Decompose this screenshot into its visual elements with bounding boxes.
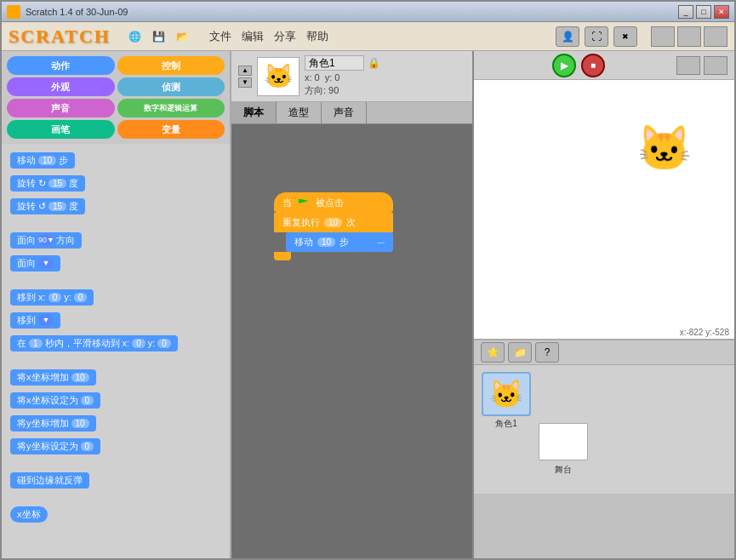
open-icon[interactable]: 📂 — [174, 27, 192, 46]
menu-edit[interactable]: 编辑 — [242, 29, 264, 44]
blocks-panel: 动作 控制 外观 侦测 声音 数字和逻辑运算 画笔 变量 移动 10 步 — [2, 51, 231, 558]
block-set-y-pill[interactable]: 将y坐标设定为 0 — [10, 438, 100, 454]
block-bounce[interactable]: 碰到边缘就反弹 — [10, 471, 221, 489]
move-val[interactable]: 10 — [317, 237, 335, 247]
repeat-block-bottom — [274, 252, 291, 260]
cat-pen[interactable]: 画笔 — [7, 120, 115, 139]
block-goto-target[interactable]: 移到 ▼ — [10, 311, 221, 329]
menu-file[interactable]: 文件 — [209, 29, 231, 44]
stop-button[interactable]: ■ — [581, 54, 605, 77]
view-btn-3[interactable] — [704, 26, 727, 47]
globe-icon[interactable]: 🌐 — [126, 27, 145, 46]
stop-icon: ■ — [591, 60, 596, 70]
title-bar: Scratch 1.4 of 30-Jun-09 _ □ ✕ — [2, 2, 734, 22]
block-change-y[interactable]: 将y坐标增加 10 — [10, 414, 221, 432]
stage-area: ▶ ■ 🐱 x:-822 y:-528 — [474, 51, 734, 340]
cat-motion[interactable]: 动作 — [7, 56, 115, 75]
sprite-thumb-box-cat[interactable]: 🐱 — [482, 372, 531, 416]
stage-thumb[interactable] — [539, 423, 588, 460]
stage-mode-normal[interactable] — [676, 56, 700, 75]
menu-icons: 🌐 💾 📂 — [126, 27, 192, 46]
fullscreen-icon[interactable]: ⛶ — [585, 26, 608, 47]
block-move[interactable]: 移动 10 步 — [10, 151, 221, 169]
tab-script[interactable]: 脚本 — [231, 102, 277, 123]
extra-icon[interactable]: ✖ — [613, 26, 637, 47]
repeat-block[interactable]: 重复执行 10 次 — [274, 213, 393, 232]
star-tool[interactable]: ⭐ — [481, 342, 505, 363]
menu-share[interactable]: 分享 — [274, 29, 296, 44]
stage-item-label: 舞台 — [555, 464, 572, 476]
blocks-list: 移动 10 步 旋转 ↻ 15 度 旋转 ↺ 15 度 面向 90 — [2, 144, 230, 558]
sprite-direction: 方向: 90 — [305, 84, 380, 97]
block-goto-xy-pill[interactable]: 移到 x: 0 y: 0 — [10, 289, 94, 306]
block-change-y-pill[interactable]: 将y坐标增加 10 — [10, 415, 96, 431]
sprite-cat-icon: 🐱 — [264, 62, 294, 90]
right-panel: ▶ ■ 🐱 x:-822 y:-528 — [474, 51, 734, 558]
block-stack: 当 被点击 重复执行 10 次 移动 10 步 — — [274, 192, 393, 260]
close-button[interactable]: ✕ — [714, 5, 729, 19]
block-face-dir-pill[interactable]: 面向 90▼ 方向 — [10, 232, 82, 249]
block-goto-xy[interactable]: 移到 x: 0 y: 0 — [10, 288, 221, 306]
scripts-canvas[interactable]: 当 被点击 重复执行 10 次 移动 10 步 — — [231, 124, 472, 558]
view-btn-1[interactable] — [651, 26, 675, 47]
save-icon[interactable]: 💾 — [150, 27, 168, 46]
block-change-x-pill[interactable]: 将x坐标增加 10 — [10, 369, 96, 386]
block-turn-left[interactable]: 旋转 ↺ 15 度 — [10, 197, 221, 215]
when-flag-clicked-block[interactable]: 当 被点击 — [274, 192, 393, 213]
cat-sound[interactable]: 声音 — [7, 99, 115, 117]
block-turn-left-pill[interactable]: 旋转 ↺ 15 度 — [10, 198, 85, 214]
nav-down-arrow[interactable]: ▼ — [238, 77, 252, 88]
block-face-dir[interactable]: 面向 90▼ 方向 — [10, 231, 221, 249]
minimize-button[interactable]: _ — [678, 5, 693, 19]
move-block[interactable]: 移动 10 步 — — [286, 232, 393, 252]
maximize-button[interactable]: □ — [696, 5, 711, 19]
block-face-toward[interactable]: 面向 ▼ — [10, 254, 221, 272]
stage-item[interactable]: 舞台 — [539, 423, 588, 487]
categories: 动作 控制 外观 侦测 声音 数字和逻辑运算 画笔 变量 — [2, 51, 230, 144]
user-icon[interactable]: 👤 — [556, 26, 579, 47]
block-turn-right[interactable]: 旋转 ↻ 15 度 — [10, 174, 221, 192]
sprite-x-label: x: 0 — [305, 72, 320, 83]
block-turn-right-pill[interactable]: 旋转 ↻ 15 度 — [10, 175, 85, 191]
block-face-toward-pill[interactable]: 面向 ▼ — [10, 255, 60, 271]
block-change-x[interactable]: 将x坐标增加 10 — [10, 368, 221, 386]
stage-mode-large[interactable] — [704, 56, 727, 75]
cat-control[interactable]: 控制 — [117, 56, 225, 75]
folder-tool[interactable]: 📁 — [508, 342, 532, 363]
help-tool[interactable]: ? — [535, 342, 559, 363]
tab-sound[interactable]: 声音 — [322, 102, 367, 123]
block-move-pill[interactable]: 移动 10 步 — [10, 152, 75, 169]
stage-controls: ▶ ■ — [552, 54, 605, 77]
go-button[interactable]: ▶ — [552, 54, 576, 77]
menu-help[interactable]: 帮助 — [306, 29, 328, 44]
cat-operators[interactable]: 数字和逻辑运算 — [117, 99, 225, 117]
move-block-handle: — — [377, 238, 385, 247]
menu-bar: SCRATCH 🌐 💾 📂 文件 编辑 分享 帮助 👤 ⛶ ✖ — [2, 22, 734, 51]
sprite-label-cat: 角色1 — [495, 418, 517, 430]
scratch-logo: SCRATCH — [9, 26, 111, 48]
sprite-thumbnail: 🐱 — [257, 57, 300, 96]
block-goto-target-pill[interactable]: 移到 ▼ — [10, 312, 60, 329]
tab-costume[interactable]: 造型 — [277, 102, 322, 123]
cat-sensing[interactable]: 侦测 — [117, 77, 225, 96]
view-btn-2[interactable] — [677, 26, 701, 47]
block-glide-pill[interactable]: 在 1 秒内，平滑移动到 x: 0 y: 0 — [10, 335, 178, 351]
repeat-val[interactable]: 10 — [324, 218, 342, 227]
block-set-x[interactable]: 将x坐标设定为 0 — [10, 391, 221, 409]
block-x-reporter[interactable]: x坐标 — [10, 505, 221, 523]
block-set-x-pill[interactable]: 将x坐标设定为 0 — [10, 392, 100, 409]
block-x-reporter-pill[interactable]: x坐标 — [10, 506, 48, 523]
cat-sprite-stage: 🐱 — [636, 123, 692, 174]
sprite-name-input[interactable] — [305, 55, 364, 71]
sprite-item-cat[interactable]: 🐱 角色1 — [481, 372, 532, 487]
window-controls: _ □ ✕ — [678, 5, 729, 19]
block-glide[interactable]: 在 1 秒内，平滑移动到 x: 0 y: 0 — [10, 334, 221, 352]
app-window: Scratch 1.4 of 30-Jun-09 _ □ ✕ SCRATCH 🌐… — [0, 0, 736, 560]
cat-variables[interactable]: 变量 — [117, 120, 225, 139]
block-set-y[interactable]: 将y坐标设定为 0 — [10, 437, 221, 455]
cat-looks[interactable]: 外观 — [7, 77, 115, 96]
right-toolbar: 👤 ⛶ ✖ — [556, 26, 727, 47]
sprite-thumb-cat-icon: 🐱 — [489, 378, 523, 410]
nav-up-arrow[interactable]: ▲ — [238, 66, 252, 76]
block-bounce-pill[interactable]: 碰到边缘就反弹 — [10, 472, 89, 489]
